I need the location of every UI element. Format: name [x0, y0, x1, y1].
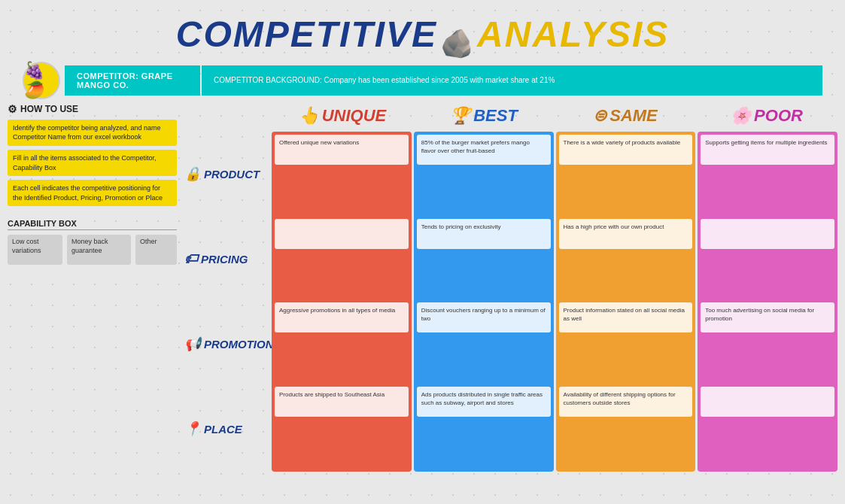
- cap-box-1: Low cost variations: [8, 235, 62, 265]
- same-label: SAME: [609, 106, 658, 126]
- competitor-background-box: COMPETITOR BACKGROUND: Company has been …: [202, 65, 822, 96]
- cap-box-3: Other: [135, 235, 177, 265]
- competitor-logo: 🍇🥭: [23, 62, 60, 99]
- column-headers: 👆 UNIQUE 🏆 BEST ⊜ SAME 🌸 POOR: [272, 103, 837, 132]
- card-same-pricing: Has a high price with our own product: [559, 219, 693, 249]
- how-to-use-label: HOW TO USE: [20, 104, 78, 114]
- poor-icon: 🌸: [731, 106, 751, 126]
- pricing-label: PRICING: [201, 253, 248, 266]
- place-label: PLACE: [204, 423, 242, 436]
- header-unique: 👆 UNIQUE: [272, 103, 413, 132]
- cell-poor-promotions: Too much advertising on social media for…: [701, 302, 834, 384]
- card-best-promotions: Discount vouchers ranging up to a minimu…: [417, 302, 551, 332]
- cap-box-2: Money back guarantee: [67, 235, 131, 265]
- cell-unique-pricing: [275, 219, 409, 301]
- competitor-bar: 🍇🥭 COMPETITOR: GRAPE MANGO CO. COMPETITO…: [23, 65, 822, 96]
- card-same-product: There is a wide variety of products avai…: [559, 135, 693, 165]
- title-analysis: ANALYSIS: [477, 14, 669, 54]
- poor-label: POOR: [754, 106, 803, 126]
- header-poor: 🌸 POOR: [696, 103, 837, 132]
- card-best-product: 85% of the burger market prefers mango f…: [417, 135, 551, 165]
- card-poor-pricing: [701, 219, 834, 249]
- card-poor-place: [701, 387, 834, 417]
- sidebar: ⚙ HOW TO USE Identify the competitor bei…: [8, 103, 177, 472]
- cell-poor-pricing: [701, 219, 834, 301]
- how-to-step-1: Identify the competitor being analyzed, …: [8, 120, 177, 146]
- title-icon: 🪨: [440, 28, 474, 59]
- same-icon: ⊜: [593, 106, 606, 126]
- competitor-name-box: COMPETITOR: GRAPE MANGO CO.: [65, 65, 200, 96]
- header-best: 🏆 BEST: [413, 103, 555, 132]
- cell-same-product: There is a wide variety of products avai…: [559, 135, 693, 217]
- col-best: 85% of the burger market prefers mango f…: [414, 132, 554, 472]
- card-unique-pricing: [275, 219, 409, 249]
- how-to-step-2: Fill in all the items associated to the …: [8, 150, 177, 176]
- cell-best-promotions: Discount vouchers ranging up to a minimu…: [417, 302, 551, 384]
- cell-poor-product: Supports getting items for multiple ingr…: [701, 135, 834, 217]
- card-unique-product: Offered unique new variations: [275, 135, 409, 165]
- cell-best-product: 85% of the burger market prefers mango f…: [417, 135, 551, 217]
- col-same: There is a wide variety of products avai…: [556, 132, 696, 472]
- title-area: COMPETITIVE🪨ANALYSIS: [0, 0, 845, 59]
- pricing-icon: 🏷: [184, 251, 198, 267]
- cell-same-place: Availability of different shipping optio…: [559, 387, 693, 469]
- how-to-use-box: ⚙ HOW TO USE Identify the competitor bei…: [8, 103, 177, 211]
- row-label-product: 🔒 PRODUCT: [181, 132, 272, 217]
- cell-unique-promotions: Aggressive promotions in all types of me…: [275, 302, 409, 384]
- cell-unique-place: Products are shipped to Southeast Asia: [275, 387, 409, 469]
- best-icon: 🏆: [450, 106, 470, 126]
- product-icon: 🔒: [184, 165, 201, 182]
- promotions-label: PROMOTIONS: [204, 338, 281, 351]
- card-unique-promotions: Aggressive promotions in all types of me…: [275, 302, 409, 332]
- card-same-place: Availability of different shipping optio…: [559, 387, 693, 417]
- card-best-pricing: Tends to pricing on exclusivity: [417, 219, 551, 249]
- columns-grid: Offered unique new variations Aggressive…: [272, 132, 837, 472]
- place-icon: 📍: [184, 421, 201, 437]
- cell-poor-place: [701, 387, 834, 469]
- cell-best-pricing: Tends to pricing on exclusivity: [417, 219, 551, 301]
- product-label: PRODUCT: [204, 168, 260, 181]
- col-poor: Supports getting items for multiple ingr…: [698, 132, 837, 472]
- unique-icon: 👆: [299, 106, 319, 126]
- promotions-icon: 📢: [184, 335, 201, 352]
- title-competitive: COMPETITIVE: [176, 14, 437, 54]
- gear-icon: ⚙: [8, 103, 17, 115]
- how-to-step-3: Each cell indicates the competitive posi…: [8, 180, 177, 206]
- main-layout: ⚙ HOW TO USE Identify the competitor bei…: [8, 103, 837, 472]
- col-unique: Offered unique new variations Aggressive…: [272, 132, 412, 472]
- cell-best-place: Ads products distributed in single traff…: [417, 387, 551, 469]
- cell-same-promotions: Product information stated on all social…: [559, 302, 693, 384]
- header-same: ⊜ SAME: [555, 103, 696, 132]
- cell-unique-product: Offered unique new variations: [275, 135, 409, 217]
- how-to-use-title: ⚙ HOW TO USE: [8, 103, 177, 115]
- row-label-place: 📍 PLACE: [181, 387, 272, 472]
- card-unique-place: Products are shipped to Southeast Asia: [275, 387, 409, 417]
- card-best-place: Ads products distributed in single traff…: [417, 387, 551, 417]
- content-area: 👆 UNIQUE 🏆 BEST ⊜ SAME 🌸 POOR 🔒: [181, 103, 837, 472]
- grid-area: 🔒 PRODUCT 🏷 PRICING 📢 PROMOTIONS 📍 PLACE: [181, 132, 837, 472]
- best-label: BEST: [473, 106, 518, 126]
- row-label-pricing: 🏷 PRICING: [181, 217, 272, 302]
- card-poor-product: Supports getting items for multiple ingr…: [701, 135, 834, 165]
- capability-box-title: CAPABILITY BOX: [8, 219, 177, 230]
- cell-same-pricing: Has a high price with our own product: [559, 219, 693, 301]
- row-label-promotions: 📢 PROMOTIONS: [181, 302, 272, 387]
- card-poor-promotions: Too much advertising on social media for…: [701, 302, 834, 332]
- card-same-promotions: Product information stated on all social…: [559, 302, 693, 332]
- capability-boxes: Low cost variations Money back guarantee…: [8, 235, 177, 265]
- capability-box-section: CAPABILITY BOX Low cost variations Money…: [8, 219, 177, 265]
- unique-label: UNIQUE: [322, 106, 387, 126]
- row-labels: 🔒 PRODUCT 🏷 PRICING 📢 PROMOTIONS 📍 PLACE: [181, 132, 272, 472]
